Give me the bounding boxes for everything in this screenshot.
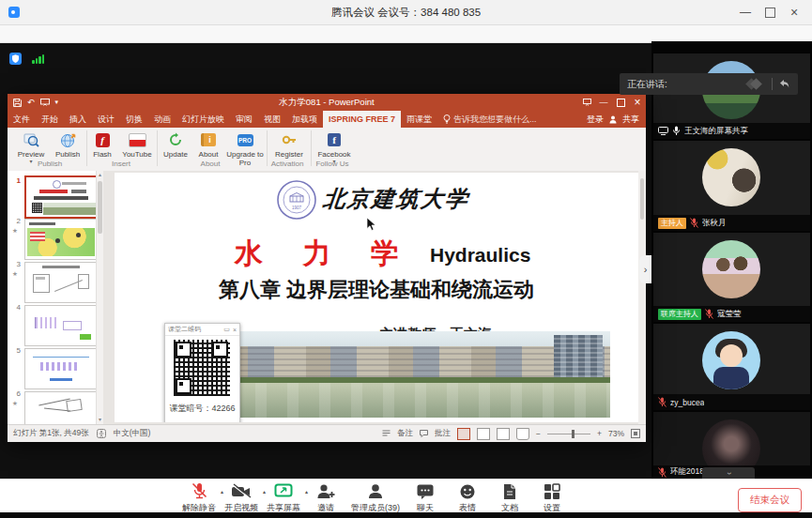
meeting-titlebar[interactable]: 腾讯会议 会议号：384 480 835 — × [0,0,812,25]
end-meeting-button[interactable]: 结束会议 [738,488,802,512]
video-tile[interactable]: 联席主持人 寇莹莹 [653,233,810,322]
thumbnails-scrollbar[interactable]: ▴ ▾ [96,171,103,424]
youtube-icon [129,133,146,147]
scroll-up-icon[interactable]: ▴ [97,171,103,179]
scrollbar-thumb[interactable] [98,181,102,234]
youtube-button[interactable]: YouTube [117,129,157,159]
notes-toggle[interactable]: 备注 [397,428,413,439]
accessibility-icon[interactable] [97,429,106,438]
language-indicator[interactable]: 中文(中国) [114,428,151,439]
slide-scrollbar[interactable] [638,171,646,424]
normal-view-button[interactable] [457,428,470,440]
mic-muted-icon [658,397,666,407]
video-tile-screen-share[interactable]: 王文海的屏幕共享 [653,53,810,139]
campus-photo [223,331,610,418]
tab-insert[interactable]: 插入 [64,111,92,128]
emoji-button[interactable]: 表情 [451,482,484,514]
settings-button[interactable]: 设置 [535,482,569,514]
key-icon [282,133,297,146]
speaking-label: 正在讲话: [620,78,747,91]
video-tile[interactable]: 主持人 张秋月 [653,141,810,231]
tab-transitions[interactable]: 切换 [120,111,148,128]
ppt-restore-button[interactable] [612,94,629,111]
qr-close-icon[interactable]: × [233,327,237,333]
cohost-badge: 联席主持人 [658,309,701,320]
slide-thumbnail-4[interactable] [24,305,100,346]
publish-button[interactable]: Publish [49,129,86,159]
tab-home[interactable]: 开始 [36,111,64,128]
classroom-qr-panel[interactable]: 课堂二维码 ▭ × 课堂暗号：42266 [164,323,240,422]
tab-yuketang[interactable]: 雨课堂 [401,111,437,128]
participant-name: 寇莹莹 [717,309,742,320]
slide-thumbnail-3[interactable] [24,262,100,303]
chevron-down-icon: › [725,472,733,475]
invite-button[interactable]: 邀请 [309,482,343,514]
slide-thumbnail-2[interactable] [24,219,100,260]
flash-button[interactable]: f Flash [87,129,117,159]
flash-icon: f [96,133,110,147]
upgrade-pro-button[interactable]: PRO Upgrade to Pro [223,129,267,167]
screen-share-icon [274,483,293,500]
manage-members-button[interactable]: 管理成员(39) [351,482,400,514]
about-button[interactable]: i About [193,129,223,159]
zoom-slider[interactable] [547,434,590,434]
fit-slide-icon[interactable] [631,429,640,438]
animation-star-icon: ★ [12,227,18,235]
ppt-titlebar[interactable]: ↶ ▾ 水力学081 - PowerPoint — × [8,94,646,111]
zoom-slider-handle[interactable] [572,430,575,438]
slide-thumbnail-1[interactable] [24,175,101,219]
chat-button[interactable]: 聊天 [408,482,442,514]
animation-star-icon: ★ [12,270,18,278]
network-signal-icon[interactable] [32,54,44,64]
close-button[interactable]: × [782,0,806,24]
tab-review[interactable]: 审阅 [230,111,258,128]
minimize-button[interactable]: — [733,0,758,24]
zoom-level[interactable]: 73% [608,429,624,438]
maximize-button[interactable] [758,0,782,24]
tab-design[interactable]: 设计 [92,111,120,128]
ribbon-options-icon[interactable] [578,94,595,111]
collapse-tiles-button[interactable]: › [702,467,755,479]
undo-arrow-icon[interactable] [778,79,790,89]
video-tile[interactable]: zy_bucea [653,324,810,410]
speaking-toast: 正在讲话: [620,73,798,95]
signin-button[interactable]: 登录 [587,114,604,126]
tell-me-box[interactable]: 告诉我您想要做什么... [437,111,543,128]
share-screen-button[interactable]: 共享屏幕 ▴ [267,482,300,514]
register-button[interactable]: Register [268,129,311,159]
qr-minimize-icon[interactable]: ▭ [223,326,230,333]
divider [772,78,773,90]
tab-file[interactable]: 文件 [8,111,36,128]
ppt-close-button[interactable]: × [629,94,646,111]
reading-view-button[interactable] [497,428,510,440]
animation-star-icon: ★ [12,400,18,407]
scroll-down-icon[interactable]: ▾ [97,416,103,424]
ppt-minimize-button[interactable]: — [595,94,612,111]
current-slide[interactable]: 1907 北京建筑大学 水 力 学 Hydraulics 第八章 边界层理论基础… [115,173,638,422]
slideshow-view-button[interactable] [516,428,529,440]
tab-view[interactable]: 视图 [258,111,286,128]
start-video-button[interactable]: 开启视频 ▴ [224,482,258,514]
share-button[interactable]: 共享 [622,114,639,126]
zoom-in-button[interactable]: + [597,429,602,438]
slide-thumbnail-5[interactable] [24,348,100,389]
tencent-meeting-window: 腾讯会议 会议号：384 480 835 — × 28:56 正在讲话: [0,0,812,518]
tab-slideshow[interactable]: 幻灯片放映 [176,111,230,128]
security-shield-icon[interactable] [9,53,22,65]
docs-button[interactable]: 文档 [493,482,527,514]
caret-up-icon[interactable]: ▴ [305,488,308,495]
host-badge: 主持人 [658,218,686,229]
slide-thumbnail-6[interactable] [24,391,100,424]
video-tile[interactable]: 环能2018级给水 › [653,412,810,479]
sidebar-collapse-handle[interactable]: › [639,255,651,283]
tab-addins[interactable]: 加载项 [286,111,323,128]
caret-up-icon[interactable]: ▴ [221,488,223,495]
caret-up-icon[interactable]: ▴ [263,488,266,495]
tab-animations[interactable]: 动画 [148,111,176,128]
tab-ispring-free[interactable]: ISPRING FREE 7 [323,111,401,128]
unmute-button[interactable]: 解除静音 ▴ [182,482,216,514]
zoom-out-button[interactable]: − [536,429,541,438]
slide-sorter-view-button[interactable] [477,428,490,440]
comments-toggle[interactable]: 批注 [435,428,451,439]
update-button[interactable]: Update [158,129,193,159]
